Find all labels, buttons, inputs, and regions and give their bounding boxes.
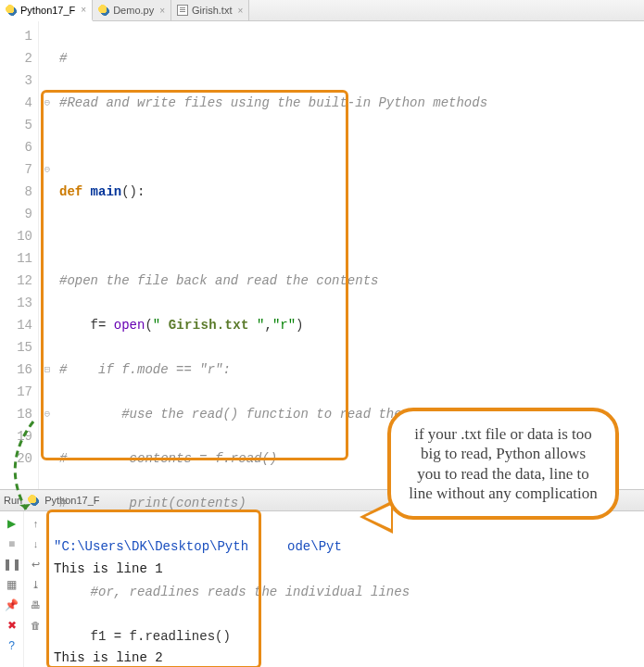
run-toolwindow: ▶ ■ ❚❚ ▦ 📌 ✖ ? ↑ ↓ ↩ ⤓ 🖶 🗑 "C:\Users\DK\…	[0, 511, 644, 667]
editor-tabbar: Python17_F × Demo.py × Girish.txt ×	[0, 0, 644, 21]
print-icon[interactable]: 🖶	[28, 597, 44, 613]
fold-column: ⊖ ⊖ ⊟⊖	[39, 21, 56, 489]
close-icon[interactable]: ×	[159, 6, 165, 16]
tab-label: Girish.txt	[192, 5, 232, 16]
comment: # if f.mode == "r":	[59, 362, 231, 377]
annotation-box-console	[46, 510, 261, 667]
annotation-bubble: if your .txt file or data is too big to …	[387, 408, 619, 520]
close-icon[interactable]: ×	[237, 6, 243, 16]
layout-button[interactable]: ▦	[4, 576, 20, 593]
comment: # print(contents)	[59, 496, 246, 510]
line-number-gutter: 123 456 789 101112 131415 161718 1920	[0, 21, 39, 489]
tab-python17[interactable]: Python17_F ×	[0, 0, 93, 21]
builtin-open: open	[114, 318, 145, 333]
pin-button[interactable]: 📌	[4, 597, 20, 613]
clear-icon[interactable]: 🗑	[28, 617, 44, 634]
python-icon	[6, 5, 17, 16]
tab-label: Python17_F	[20, 5, 75, 16]
comment: # contents = f.read()	[59, 451, 277, 466]
close-icon[interactable]: ×	[81, 5, 86, 15]
text-file-icon	[177, 5, 188, 16]
python-icon	[28, 495, 39, 506]
stop-button[interactable]: ■	[4, 535, 20, 552]
console-output[interactable]: "C:\Users\DK\Desktop\Pyth ode\Pyt This i…	[48, 511, 644, 667]
run-action-gutter: ▶ ■ ❚❚ ▦ 📌 ✖ ?	[0, 511, 24, 667]
filename-literal: Girish.txt	[169, 318, 249, 333]
scroll-up-icon[interactable]: ↑	[28, 515, 44, 532]
func-name: main	[91, 184, 122, 199]
scroll-down-icon[interactable]: ↓	[28, 535, 44, 552]
annotation-bubble-tail	[360, 500, 393, 534]
python-icon	[98, 5, 109, 16]
tab-girish[interactable]: Girish.txt ×	[171, 0, 249, 20]
comment: #	[59, 51, 67, 66]
help-button[interactable]: ?	[4, 637, 20, 654]
scroll-end-icon[interactable]: ⤓	[28, 576, 44, 593]
close-run-button[interactable]: ✖	[4, 617, 20, 634]
rerun-button[interactable]: ▶	[4, 515, 20, 532]
tab-label: Demo.py	[113, 5, 154, 16]
comment: #open the file back and read the content…	[59, 273, 378, 288]
run-output-gutter: ↑ ↓ ↩ ⤓ 🖶 🗑	[24, 511, 48, 667]
annotation-text: if your .txt file or data is too big to …	[409, 425, 598, 502]
console-line: This is line 1	[54, 558, 638, 580]
exec-path: "C:\Users\DK\Desktop\Pyth ode\Pyt	[54, 539, 342, 554]
console-line: This is line 2	[54, 647, 638, 667]
tab-demo[interactable]: Demo.py ×	[93, 0, 171, 20]
comment: #Read and write files using the built-in…	[59, 95, 487, 110]
pause-button[interactable]: ❚❚	[4, 556, 20, 573]
run-title: Run	[4, 495, 22, 506]
softwrap-icon[interactable]: ↩	[28, 556, 44, 573]
keyword-def: def	[59, 184, 91, 199]
